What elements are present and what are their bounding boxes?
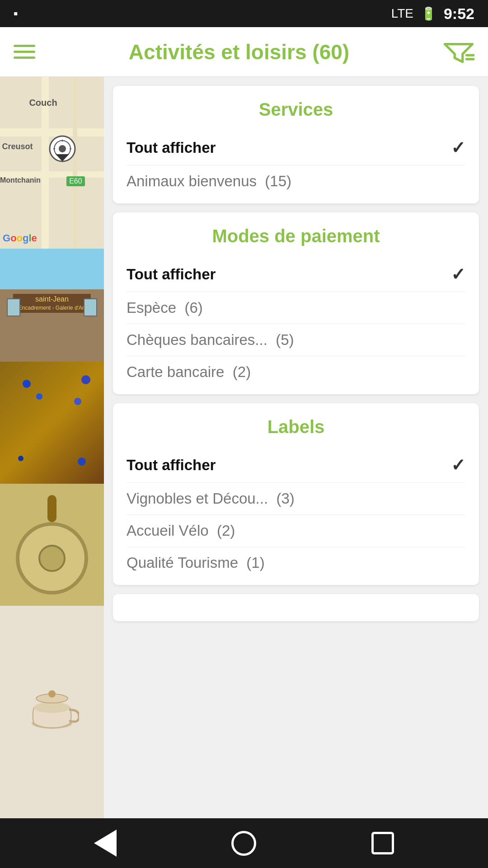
main-content: Couch Creusot Montchanin E60 [0,77,488,818]
labels-accueil-velo[interactable]: Accueil Vélo (2) [127,515,465,547]
labels-section: Labels Tout afficher ✓ Vignobles et Déco… [113,403,479,585]
lte-indicator: LTE [391,6,413,21]
payment-tout-afficher[interactable]: Tout afficher ✓ [127,257,465,292]
payment-cheques-label: Chèques bancaires... (5) [127,331,294,349]
services-title: Services [127,99,465,120]
plate-photo [0,484,104,606]
labels-vignobles-label: Vignobles et Décou... (3) [127,490,295,507]
labels-tout-label: Tout afficher [127,457,216,474]
payment-section: Modes de paiement Tout afficher ✓ Espèce… [113,212,479,394]
jewelry-photo [0,362,104,484]
map-view[interactable]: Couch Creusot Montchanin E60 [0,77,104,249]
payment-espece-label: Espèce (6) [127,299,203,316]
battery-icon: 🔋 [421,6,436,21]
payment-carte-label: Carte bancaire (2) [127,363,251,381]
payment-carte[interactable]: Carte bancaire (2) [127,356,465,381]
map-city-montchanin: Montchanin [0,176,41,184]
filter-panel: Services Tout afficher ✓ Animaux bienven… [104,77,488,818]
services-animaux-label: Animaux bienvenus (15) [127,173,291,190]
labels-title: Labels [127,417,465,437]
sim-icon: ▪ [14,6,18,21]
left-image-panel: Couch Creusot Montchanin E60 [0,77,104,818]
labels-vignobles[interactable]: Vignobles et Décou... (3) [127,483,465,515]
services-animaux[interactable]: Animaux bienvenus (15) [127,165,465,190]
labels-accueil-label: Accueil Vélo (2) [127,522,235,539]
back-button[interactable] [89,827,121,859]
hamburger-menu-icon[interactable] [14,45,35,59]
labels-qualite[interactable]: Qualité Tourisme (1) [127,547,465,571]
payment-espece[interactable]: Espèce (6) [127,292,465,324]
street-photo: saint-JeanEncadrement - Galerie d'Art [0,249,104,362]
road-badge: E60 [66,176,84,186]
payment-cheques[interactable]: Chèques bancaires... (5) [127,324,465,356]
map-pin [47,135,78,173]
labels-tout-check: ✓ [451,455,465,475]
map-city-label: Couch [29,98,57,108]
map-city-creusot: Creusot [2,142,33,151]
clock: 9:52 [444,5,474,23]
teacup-photo [0,606,104,818]
services-section: Services Tout afficher ✓ Animaux bienven… [113,86,479,203]
top-bar: Activités et loisirs (60) [0,27,488,77]
svg-point-12 [34,702,70,713]
services-tout-afficher[interactable]: Tout afficher ✓ [127,131,465,165]
building-sign-text: saint-JeanEncadrement - Galerie d'Art [13,294,91,313]
nav-bar [0,818,488,868]
labels-tout-afficher[interactable]: Tout afficher ✓ [127,448,465,483]
payment-tout-check: ✓ [451,264,465,284]
status-bar: ▪ LTE 🔋 9:52 [0,0,488,27]
filter-button[interactable] [443,38,474,66]
recent-apps-button[interactable] [367,827,399,859]
services-tout-label: Tout afficher [127,139,216,156]
payment-tout-label: Tout afficher [127,266,216,283]
google-logo: Google [3,232,37,244]
payment-title: Modes de paiement [127,226,465,246]
svg-point-5 [59,145,66,152]
services-tout-check: ✓ [451,138,465,158]
svg-point-14 [48,690,56,698]
page-title: Activités et loisirs (60) [129,40,349,64]
next-section-partial [113,594,479,621]
labels-qualite-label: Qualité Tourisme (1) [127,554,265,571]
home-button[interactable] [228,827,260,859]
